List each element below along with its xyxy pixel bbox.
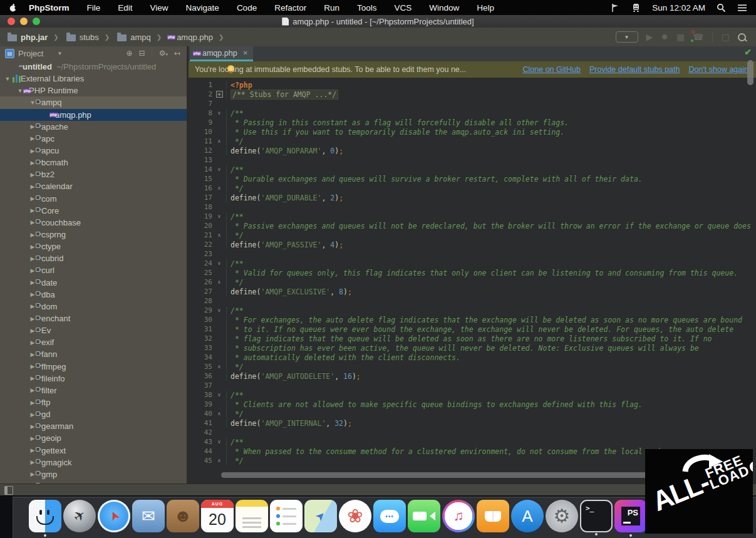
fold-marker-icon[interactable]: ∧	[212, 364, 226, 370]
menu-item-code[interactable]: Code	[237, 3, 257, 13]
breadcrumb-item-stubs[interactable]: stubs	[66, 33, 99, 42]
menu-item-navigate[interactable]: Navigate	[186, 3, 219, 13]
flag-menu-extra-icon[interactable]	[611, 3, 620, 13]
fold-marker-icon[interactable]: ∧	[212, 411, 226, 416]
tree-item-dom[interactable]: ▶dom	[0, 301, 187, 313]
run-with-coverage-button[interactable]: ▦	[676, 33, 685, 41]
menu-item-run[interactable]: Run	[324, 3, 339, 13]
notification-center-icon[interactable]	[737, 4, 747, 12]
spotlight-search-icon[interactable]	[717, 3, 726, 13]
tree-item-gearman[interactable]: ▶gearman	[0, 420, 187, 432]
menu-item-help[interactable]: Help	[477, 3, 494, 13]
project-tree[interactable]: untitled~/PhpstormProjects/untitled▼Exte…	[0, 60, 187, 484]
close-window-button[interactable]	[8, 18, 15, 25]
dock-icon-appstore[interactable]: A	[511, 500, 544, 532]
tree-item-cubrid[interactable]: ▶cubrid	[0, 252, 187, 264]
attach-to-process-button[interactable]: ☎⊘	[693, 33, 703, 41]
banner-link-don-t-show-again[interactable]: Don't show again	[688, 65, 748, 74]
dock-icon-reminders[interactable]	[270, 500, 303, 532]
menu-item-view[interactable]: View	[150, 3, 168, 13]
dock-icon-contacts[interactable]: ☻	[167, 500, 199, 532]
tree-item-bz2[interactable]: ▶bz2	[0, 168, 187, 180]
apple-menu-icon[interactable]	[9, 3, 18, 13]
tree-item-amqp-php[interactable]: phpamqp.php	[0, 109, 187, 121]
menu-item-window[interactable]: Window	[429, 3, 459, 13]
fold-marker-icon[interactable]: ∧	[212, 138, 226, 144]
minimize-window-button[interactable]	[20, 18, 28, 25]
user-menu-extra-icon[interactable]	[631, 3, 641, 13]
tree-item-apc[interactable]: ▶apc	[0, 133, 187, 145]
fold-marker-icon[interactable]: ∧	[212, 458, 226, 463]
tree-item-exif[interactable]: ▶exif	[0, 336, 187, 348]
locate-file-icon[interactable]: ⊕	[127, 49, 133, 58]
banner-link-clone-on-github[interactable]: Clone on GitHub	[523, 65, 581, 74]
fold-marker-icon[interactable]: ∨	[212, 214, 226, 219]
tree-item-ev[interactable]: ▶Ev	[0, 324, 187, 336]
tree-item-curl[interactable]: ▶curl	[0, 264, 187, 276]
tree-item-couchbase[interactable]: ▶couchbase	[0, 217, 187, 229]
dock-icon-terminal[interactable]: >_	[580, 500, 613, 532]
dock-icon-photos[interactable]: ❀	[339, 500, 371, 532]
tree-item-ctype[interactable]: ▶ctype	[0, 241, 187, 252]
project-view-title[interactable]: Project	[18, 49, 43, 58]
dock-icon-finder[interactable]	[29, 500, 61, 532]
banner-link-provide-default-stubs-path[interactable]: Provide default stubs path	[589, 65, 680, 74]
breadcrumb-item-ampq[interactable]: ampq	[117, 33, 151, 42]
tree-item-com[interactable]: ▶com	[0, 193, 187, 205]
run-configuration-combobox[interactable]: ▼	[616, 31, 638, 43]
breadcrumb-item-amqp.php[interactable]: phpamqp.php	[169, 33, 213, 42]
tree-item-gmp[interactable]: ▶gmp	[0, 468, 187, 480]
menu-item-tools[interactable]: Tools	[357, 3, 377, 13]
tree-item-filter[interactable]: ▶filter	[0, 385, 187, 396]
run-button[interactable]: ▶	[646, 33, 653, 41]
tree-item-ftp[interactable]: ▶ftp	[0, 396, 187, 408]
tree-item-gd[interactable]: ▶gd	[0, 408, 187, 420]
dock-icon-sysprefs[interactable]: ⚙	[546, 500, 578, 532]
menu-item-phpstorm[interactable]: PhpStorm	[29, 3, 70, 13]
breadcrumb-item-php.jar[interactable]: php.jar	[8, 33, 48, 42]
tree-item-apache[interactable]: ▶apache	[0, 121, 187, 133]
tree-item-core[interactable]: ▶Core	[0, 205, 187, 217]
dock-icon-phpstorm[interactable]: PS	[614, 500, 647, 532]
tree-open-arrow-icon[interactable]: ▼	[3, 76, 13, 82]
dock-icon-itunes[interactable]: ♫	[442, 500, 475, 532]
fold-marker-icon[interactable]: +	[212, 91, 226, 98]
toolwindow-toggle-icon[interactable]	[4, 486, 13, 495]
tree-item-fann[interactable]: ▶fann	[0, 348, 187, 360]
fold-marker-icon[interactable]: ∨	[212, 167, 226, 172]
tree-item-ffmpeg[interactable]: ▶ffmpeg	[0, 361, 187, 373]
dock-icon-mail[interactable]: ✉	[132, 500, 165, 532]
dock-icon-safari[interactable]: ➤	[98, 500, 130, 532]
dock-icon-facetime[interactable]	[408, 500, 440, 532]
tree-item-calendar[interactable]: ▶calendar	[0, 180, 187, 192]
settings-gear-icon[interactable]: ⚙▾	[159, 49, 168, 58]
tree-item-dba[interactable]: ▶dba	[0, 289, 187, 301]
tab-close-icon[interactable]: ✕	[243, 49, 248, 56]
tree-item-ampq[interactable]: ▼ampq	[0, 96, 187, 108]
search-everywhere-icon[interactable]	[738, 33, 746, 41]
project-view-dropdown-arrow[interactable]: ▼	[57, 51, 62, 56]
hide-panel-icon[interactable]: ↤	[174, 49, 180, 58]
editor-tab-amqp[interactable]: php amqp.php ✕	[190, 46, 253, 61]
zoom-window-button[interactable]	[33, 18, 40, 25]
dock-icon-notes[interactable]	[236, 500, 268, 532]
collapse-all-icon[interactable]: ⊟	[139, 49, 145, 58]
menu-item-refactor[interactable]: Refactor	[274, 3, 306, 13]
debug-button[interactable]: ✹	[661, 33, 668, 41]
dock-icon-messages[interactable]: •••	[373, 500, 406, 532]
tree-item-gmagick[interactable]: ▶gmagick	[0, 457, 187, 468]
dock-icon-calendar[interactable]: AUG20	[201, 500, 234, 532]
tree-item-enchant[interactable]: ▶enchant	[0, 313, 187, 324]
tree-item-php-runtime[interactable]: ▼phpPHP Runtime	[0, 85, 187, 96]
vertical-scrollbar-thumb[interactable]	[747, 60, 753, 85]
tree-item-bcmath[interactable]: ▶bcmath	[0, 157, 187, 168]
menu-item-file[interactable]: File	[87, 3, 101, 13]
fold-marker-icon[interactable]: ∧	[212, 185, 226, 191]
fold-marker-icon[interactable]: ∨	[212, 308, 226, 313]
tree-item-geoip[interactable]: ▶geoip	[0, 432, 187, 444]
menu-item-edit[interactable]: Edit	[118, 3, 132, 13]
tree-item-untitled[interactable]: untitled~/PhpstormProjects/untitled	[0, 61, 187, 73]
tree-item-fileinfo[interactable]: ▶fileinfo	[0, 373, 187, 385]
stop-button[interactable]: ▢	[722, 33, 730, 41]
code-editor[interactable]: 1<?php2+/** Stubs for AMQP ...*/78∨/**9 …	[189, 78, 756, 484]
